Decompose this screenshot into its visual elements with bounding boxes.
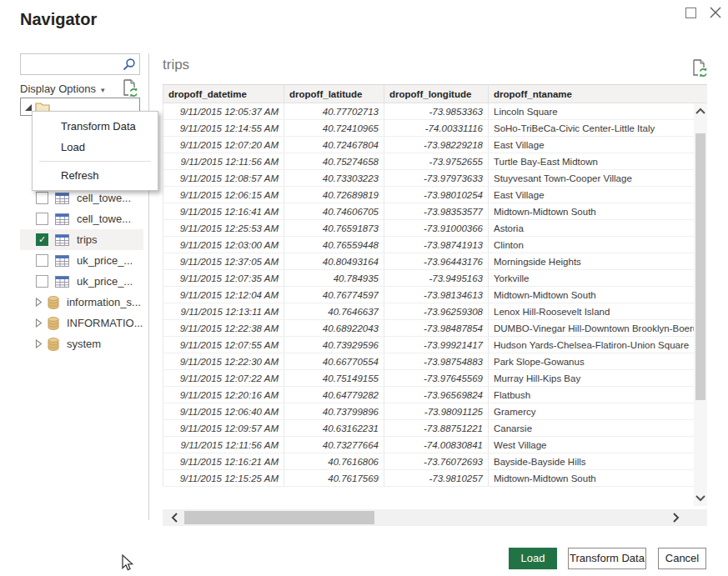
table-cell: -73.98353577 — [384, 203, 489, 220]
table-row: 9/11/2015 12:11:56 AM40.75274658-73.9752… — [163, 153, 695, 170]
tree-item-label: cell_towe... — [77, 192, 131, 204]
table-cell: 9/11/2015 12:11:56 AM — [163, 153, 284, 170]
table-cell: Astoria — [489, 220, 695, 237]
tree-item-informatio[interactable]: INFORMATIO... — [20, 313, 143, 333]
checkbox[interactable]: ✓ — [36, 233, 48, 246]
table-cell: 9/11/2015 12:22:38 AM — [163, 320, 284, 337]
display-options-dropdown[interactable]: Display Options▾ — [20, 83, 105, 95]
table-cell: -73.97973633 — [384, 170, 489, 187]
preview-title: trips — [163, 57, 189, 73]
table-cell: Canarsie — [489, 420, 695, 437]
search-input[interactable] — [24, 56, 119, 73]
preview-table-header-row: dropoff_datetimedropoff_latitudedropoff_… — [163, 85, 695, 103]
close-button[interactable] — [709, 6, 722, 19]
table-cell: 40.7617569 — [284, 470, 384, 487]
horizontal-scrollbar-thumb[interactable] — [184, 511, 374, 524]
scroll-up-icon[interactable] — [695, 108, 705, 114]
table-row: 9/11/2015 12:37:05 AM40.80493164-73.9644… — [163, 253, 695, 270]
menu-item-transform-data[interactable]: Transform Data — [33, 116, 158, 137]
chevron-right-icon[interactable] — [35, 298, 43, 307]
table-cell: 9/11/2015 12:37:05 AM — [163, 253, 284, 270]
table-cell: -73.98487854 — [384, 320, 489, 337]
scroll-left-icon[interactable] — [171, 513, 178, 523]
table-cell: West Village — [489, 437, 695, 453]
table-row: 9/11/2015 12:07:22 AM40.75149155-73.9764… — [163, 370, 695, 387]
table-cell: -73.96259308 — [384, 303, 489, 320]
table-cell: 40.75149155 — [284, 370, 384, 387]
table-cell: 40.80493164 — [284, 253, 384, 270]
tree-item-label: uk_price_... — [77, 254, 133, 267]
chevron-down-icon: ▾ — [101, 86, 105, 94]
scroll-down-icon[interactable] — [695, 495, 705, 502]
table-row: 9/11/2015 12:07:20 AM40.72467804-73.9822… — [163, 137, 695, 153]
table-cell: 40.73929596 — [284, 337, 384, 353]
header-filler — [693, 84, 707, 103]
database-icon — [48, 317, 59, 330]
transform-data-button[interactable]: Transform Data — [568, 548, 646, 569]
table-icon — [55, 234, 69, 246]
table-row: 9/11/2015 12:15:25 AM40.7617569-73.98102… — [163, 470, 695, 487]
table-cell: Bayside-Bayside Hills — [489, 453, 695, 470]
table-cell: 9/11/2015 12:13:11 AM — [163, 303, 284, 320]
menu-item-refresh[interactable]: Refresh — [33, 165, 158, 186]
table-cell: 40.72467804 — [284, 137, 384, 153]
table-icon — [55, 255, 69, 267]
table-cell: 40.73277664 — [284, 437, 384, 453]
checkbox[interactable] — [36, 192, 48, 204]
tree-item-cell-towe[interactable]: cell_towe... — [20, 208, 143, 229]
table-row: 9/11/2015 12:03:00 AM40.76559448-73.9874… — [163, 237, 695, 253]
tree-item-label: information_s... — [67, 296, 141, 308]
table-cell: 9/11/2015 12:07:55 AM — [163, 337, 284, 353]
refresh-document-icon — [691, 59, 708, 78]
refresh-preview-button[interactable] — [691, 59, 708, 81]
checkbox[interactable] — [36, 254, 48, 267]
table-row: 9/11/2015 12:22:30 AM40.66770554-73.9875… — [163, 353, 695, 370]
scroll-right-icon[interactable] — [673, 513, 680, 523]
horizontal-scrollbar[interactable] — [163, 509, 707, 526]
table-cell: -73.96443176 — [384, 253, 489, 270]
table-cell: -73.9853363 — [384, 103, 489, 120]
cancel-button[interactable]: Cancel — [658, 548, 706, 569]
menu-item-load[interactable]: Load — [33, 137, 158, 158]
database-icon — [48, 296, 59, 309]
tree-item-uk-price[interactable]: uk_price_... — [20, 250, 143, 271]
table-row: 9/11/2015 12:06:40 AM40.73799896-73.9809… — [163, 403, 695, 420]
table-row: 9/11/2015 12:08:57 AM40.73303223-73.9797… — [163, 170, 695, 187]
table-cell: 9/11/2015 12:07:20 AM — [163, 137, 284, 153]
chevron-right-icon[interactable] — [35, 318, 43, 328]
navigator-dialog: Navigator Display Options▾ — [0, 0, 728, 576]
table-cell: 40.76774597 — [284, 287, 384, 303]
search-box[interactable] — [20, 53, 140, 75]
table-cell: 9/11/2015 12:16:21 AM — [163, 453, 284, 470]
table-cell: -73.88751221 — [384, 420, 489, 437]
tree-item-information-s[interactable]: information_s... — [20, 292, 143, 313]
tree-item-trips[interactable]: ✓trips — [20, 229, 143, 250]
table-cell: 40.66770554 — [284, 353, 384, 370]
vertical-scrollbar-thumb[interactable] — [695, 133, 705, 400]
load-button[interactable]: Load — [509, 548, 557, 569]
table-cell: 9/11/2015 12:05:37 AM — [163, 103, 284, 120]
column-header-dropoff_longitude: dropoff_longitude — [384, 85, 489, 103]
table-cell: Clinton — [489, 237, 695, 253]
table-row: 9/11/2015 12:25:53 AM40.76591873-73.9100… — [163, 220, 695, 237]
tree-item-label: INFORMATIO... — [67, 317, 143, 329]
vertical-scrollbar[interactable] — [694, 103, 707, 506]
table-cell: 40.68922043 — [284, 320, 384, 337]
maximize-button[interactable] — [685, 8, 696, 18]
chevron-right-icon[interactable] — [35, 339, 43, 348]
table-cell: -73.9752655 — [384, 153, 489, 170]
checkbox[interactable] — [36, 213, 48, 225]
table-cell: -73.98134613 — [384, 287, 489, 303]
tree-item-system[interactable]: system — [20, 333, 143, 354]
table-cell: 40.7616806 — [284, 453, 384, 470]
table-cell: East Village — [489, 137, 695, 153]
table-icon — [55, 276, 69, 288]
menu-divider — [39, 161, 151, 162]
table-cell: -73.76072693 — [384, 453, 489, 470]
table-cell: Yorkville — [489, 270, 695, 287]
table-cell: Hudson Yards-Chelsea-Flatiron-Union Squa… — [489, 337, 695, 353]
tree-item-uk-price[interactable]: uk_price_... — [20, 271, 143, 292]
table-cell: Park Slope-Gowanus — [489, 353, 695, 370]
preview-table: dropoff_datetimedropoff_latitudedropoff_… — [163, 84, 694, 487]
checkbox[interactable] — [36, 275, 48, 288]
